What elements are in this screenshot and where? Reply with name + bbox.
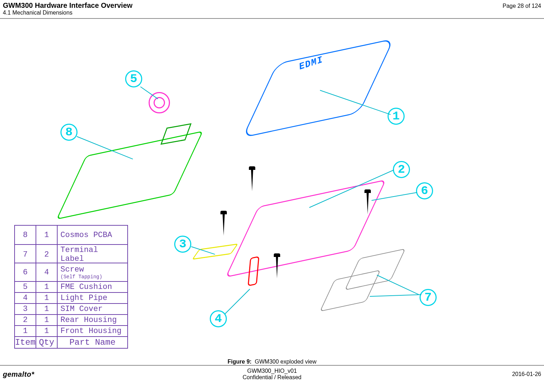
bom-row: 5 1 FME Cushion <box>15 281 127 292</box>
bom-header-item: Item <box>15 337 36 348</box>
leader-7b <box>370 294 421 297</box>
callout-1: 1 <box>388 108 405 125</box>
bom-name: SIM Cover <box>58 304 127 314</box>
bom-row: 2 1 Rear Housing <box>15 314 127 325</box>
bom-name-sub: (Self Tapping) <box>60 274 102 280</box>
bom-row: 4 1 Light Pipe <box>15 292 127 303</box>
bom-name: Light Pipe <box>58 293 127 303</box>
bom-item: 2 <box>15 315 36 325</box>
bom-qty: 1 <box>36 315 58 325</box>
part-fme-cushion-inner <box>154 97 165 108</box>
part-terminal-label-2 <box>320 270 381 312</box>
leader-7a <box>377 275 419 295</box>
callout-8: 8 <box>60 124 78 141</box>
bom-table: 8 1 Cosmos PCBA 7 2 Terminal Label 6 4 S… <box>14 225 128 349</box>
part-sim-cover <box>192 243 238 259</box>
bom-name: Front Housing <box>58 326 127 336</box>
bom-qty: 1 <box>36 282 58 292</box>
bom-name: Rear Housing <box>58 315 127 325</box>
bom-qty: 1 <box>36 304 58 314</box>
footer-classification: Confidential / Released <box>182 374 362 381</box>
bom-qty: 1 <box>36 226 58 244</box>
bom-qty: 2 <box>36 245 58 264</box>
bom-item: 4 <box>15 293 36 303</box>
figure-exploded-view: EDMI 1 2 3 4 5 6 7 8 8 1 Cosmos PCBA 7 2 <box>0 19 544 360</box>
bom-row: 3 1 SIM Cover <box>15 303 127 314</box>
bom-item: 6 <box>15 263 36 281</box>
bom-item: 8 <box>15 226 36 244</box>
bom-qty: 1 <box>36 293 58 303</box>
bom-item: 5 <box>15 282 36 292</box>
callout-7: 7 <box>420 289 437 306</box>
footer-brand: gemalto* <box>3 370 182 378</box>
bom-qty: 1 <box>36 326 58 336</box>
page-header: GWM300 Hardware Interface Overview Page … <box>0 0 544 19</box>
part-screw <box>220 211 227 236</box>
bom-name: FME Cushion <box>58 282 127 292</box>
bom-name-main: Screw <box>60 265 84 274</box>
bom-row: 1 1 Front Housing <box>15 325 127 336</box>
bom-row: 6 4 Screw (Self Tapping) <box>15 263 127 281</box>
part-screw <box>364 189 371 214</box>
bom-name: Terminal Label <box>58 245 127 264</box>
bom-qty: 4 <box>36 263 58 281</box>
callout-3: 3 <box>174 236 191 253</box>
bom-name: Cosmos PCBA <box>58 226 127 244</box>
bom-name: Screw (Self Tapping) <box>58 263 127 281</box>
section-title: 4.1 Mechanical Dimensions <box>3 10 541 16</box>
callout-2: 2 <box>393 161 410 178</box>
callout-6: 6 <box>416 182 433 199</box>
bom-row: 7 2 Terminal Label <box>15 244 127 263</box>
page-footer: gemalto* GWM300_HIO_v01 Confidential / R… <box>0 365 544 381</box>
part-screw <box>274 253 280 278</box>
bom-header-qty: Qty <box>36 337 58 348</box>
bom-item: 1 <box>15 326 36 336</box>
callout-4: 4 <box>210 310 227 327</box>
bom-item: 7 <box>15 245 36 264</box>
part-front-housing <box>242 38 394 138</box>
bom-row: 8 1 Cosmos PCBA <box>15 226 127 244</box>
footer-date: 2016-01-26 <box>362 371 541 377</box>
doc-title: GWM300 Hardware Interface Overview <box>3 1 133 10</box>
callout-5: 5 <box>125 70 142 87</box>
leader-4 <box>224 289 250 315</box>
page-number: Page 28 of 124 <box>502 3 541 9</box>
part-pcba <box>56 131 203 220</box>
bom-header-name: Part Name <box>58 337 127 348</box>
footer-doc-id: GWM300_HIO_v01 <box>182 368 362 374</box>
part-screw <box>249 166 255 191</box>
bom-header-row: Item Qty Part Name <box>15 336 127 348</box>
bom-item: 3 <box>15 304 36 314</box>
